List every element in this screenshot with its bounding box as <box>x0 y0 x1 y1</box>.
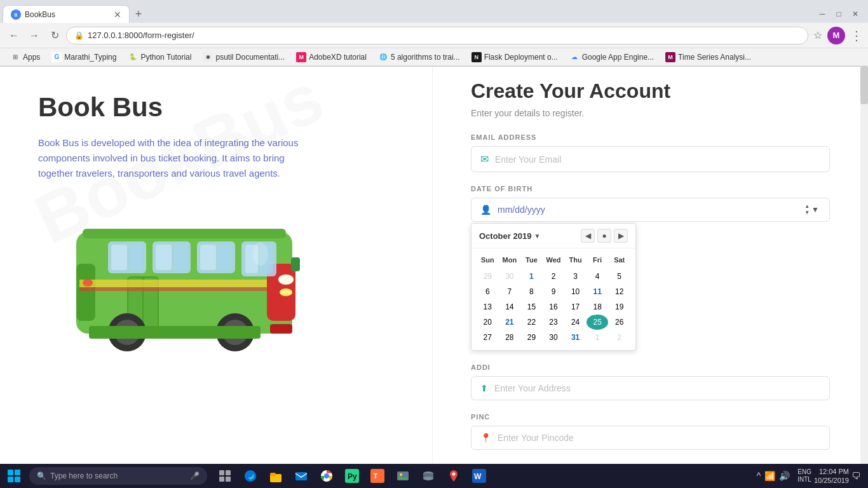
taskbar-mic-icon[interactable]: 🎤 <box>190 471 200 480</box>
bookmark-algorithms[interactable]: 🌐 5 algorithms to trai... <box>373 51 465 64</box>
show-hidden-icons-button[interactable]: ^ <box>757 471 761 481</box>
cal-day[interactable]: 1 <box>520 269 543 284</box>
start-button[interactable] <box>3 465 25 487</box>
network-icon[interactable]: 📶 <box>764 471 775 481</box>
cal-day[interactable]: 30 <box>499 269 521 284</box>
address-input-wrapper[interactable]: ⬆ <box>471 376 830 400</box>
volume-icon[interactable]: 🔊 <box>779 471 790 481</box>
cal-day[interactable]: 7 <box>499 284 521 299</box>
cal-day[interactable]: 5 <box>608 269 630 284</box>
email-input-wrapper[interactable]: ✉ <box>471 146 830 172</box>
cal-day[interactable]: 20 <box>477 315 499 330</box>
cal-day[interactable]: 15 <box>520 299 543 315</box>
calendar-today-button[interactable]: ● <box>597 229 611 243</box>
bookmark-flask[interactable]: N Flask Deployment o... <box>466 51 563 64</box>
cal-day[interactable]: 29 <box>477 269 499 284</box>
bookmarks-bar: ⊞ Apps G Marathi_Typing 🐍 Python Tutoria… <box>0 48 868 66</box>
dob-input-wrapper[interactable]: 👤 ▲ ▼ ▼ <box>471 198 830 222</box>
cal-day[interactable]: 2 <box>608 330 630 345</box>
cal-day[interactable]: 13 <box>477 299 499 315</box>
cal-day[interactable]: 12 <box>608 284 630 299</box>
maximize-button[interactable]: □ <box>831 6 846 22</box>
cal-day[interactable]: 22 <box>520 315 543 330</box>
scrollbar-thumb[interactable] <box>860 66 868 104</box>
task-view-button[interactable] <box>214 465 236 487</box>
dob-increment-button[interactable]: ▲ <box>804 203 810 210</box>
chrome-button[interactable] <box>315 465 338 487</box>
storage-button[interactable] <box>417 465 440 487</box>
calendar-prev-button[interactable]: ◀ <box>581 229 595 243</box>
weekday-wed: Wed <box>543 254 565 266</box>
pincode-input-wrapper[interactable]: 📍 <box>471 426 830 450</box>
bookmark-time-series[interactable]: M Time Series Analysi... <box>660 51 756 64</box>
cal-day[interactable]: 18 <box>587 299 609 315</box>
bookmark-psutil[interactable]: ◉ psutil Documentati... <box>198 51 290 64</box>
bookmark-marathi[interactable]: G Marathi_Typing <box>46 51 121 64</box>
bookmark-python[interactable]: 🐍 Python Tutorial <box>123 51 196 64</box>
back-button[interactable]: ← <box>5 27 23 44</box>
cal-day[interactable]: 1 <box>587 330 609 345</box>
pycharm-button[interactable]: Py <box>341 465 363 487</box>
cal-day[interactable]: 16 <box>543 299 565 315</box>
calendar-month-select-button[interactable]: October 2019 ▼ <box>479 231 540 241</box>
cal-day[interactable]: 10 <box>564 284 587 299</box>
dob-input[interactable] <box>498 205 804 215</box>
cal-day[interactable]: 28 <box>499 330 521 345</box>
profile-button[interactable]: M <box>827 27 845 44</box>
dob-decrement-button[interactable]: ▼ <box>804 210 810 216</box>
language-display[interactable]: ENG INTL <box>797 468 811 484</box>
file-explorer-button[interactable] <box>264 465 287 487</box>
cal-day[interactable]: 29 <box>520 330 543 345</box>
cal-day[interactable]: 30 <box>543 330 565 345</box>
browser-menu-button[interactable]: ⋮ <box>850 28 863 43</box>
mail-button[interactable] <box>290 465 313 487</box>
cal-day[interactable]: 27 <box>477 330 499 345</box>
address-bar[interactable]: 🔒 127.0.0.1:8000/form-register/ <box>66 27 808 44</box>
close-button[interactable]: ✕ <box>848 6 863 22</box>
notification-icon[interactable]: 🗨 <box>851 471 860 481</box>
cal-day[interactable]: 26 <box>608 315 630 330</box>
cal-day[interactable]: 2 <box>543 269 565 284</box>
tab-close-button[interactable]: ✕ <box>114 10 121 20</box>
cal-day[interactable]: 6 <box>477 284 499 299</box>
bookmark-adobexd[interactable]: M AdobeXD tutorial <box>291 51 372 64</box>
clock-display[interactable]: 12:04 PM 10/25/2019 <box>814 467 849 485</box>
image-viewer-button[interactable] <box>391 465 414 487</box>
email-input[interactable] <box>495 154 820 165</box>
cal-day[interactable]: 8 <box>520 284 543 299</box>
bookmark-apps[interactable]: ⊞ Apps <box>5 51 45 64</box>
cal-day[interactable]: 23 <box>543 315 565 330</box>
bookmark-google-app[interactable]: ☁ Google App Engine... <box>564 51 659 64</box>
new-tab-button[interactable]: + <box>130 5 147 23</box>
word-button[interactable]: W <box>468 465 491 487</box>
browser-tab[interactable]: B BookBus ✕ <box>3 5 130 23</box>
cal-day[interactable]: 24 <box>564 315 587 330</box>
svg-point-49 <box>325 474 329 478</box>
address-input[interactable] <box>494 383 820 393</box>
cal-day[interactable]: 21 <box>499 315 521 330</box>
edge-browser-button[interactable] <box>239 465 262 487</box>
svg-rect-11 <box>173 245 187 270</box>
taskbar-search-box[interactable]: 🔍 Type here to search 🎤 <box>29 467 207 485</box>
cal-day[interactable]: 3 <box>564 269 587 284</box>
cal-day-selected[interactable]: 25 <box>587 315 609 330</box>
maps-button[interactable] <box>442 465 465 487</box>
forward-button[interactable]: → <box>25 27 43 44</box>
page-scrollbar[interactable] <box>860 66 868 464</box>
minimize-button[interactable]: ─ <box>815 6 830 22</box>
pincode-input[interactable] <box>498 433 820 443</box>
dob-field-group: DATE OF BIRTH 👤 ▲ ▼ ▼ October 2019 <box>471 185 830 351</box>
cal-day[interactable]: 31 <box>564 330 587 345</box>
cal-day[interactable]: 4 <box>587 269 609 284</box>
cal-day[interactable]: 14 <box>499 299 521 315</box>
cal-day[interactable]: 17 <box>564 299 587 315</box>
dob-dropdown-button[interactable]: ▼ <box>810 205 820 214</box>
bookmark-star-button[interactable]: ☆ <box>813 29 822 41</box>
reload-button[interactable]: ↻ <box>46 27 64 44</box>
calendar-next-button[interactable]: ▶ <box>614 229 628 243</box>
cal-day[interactable]: 9 <box>543 284 565 299</box>
cal-day[interactable]: 19 <box>608 299 630 315</box>
bookmark-adobexd-label: AdobeXD tutorial <box>309 53 367 62</box>
tool-button-1[interactable]: T <box>366 465 389 487</box>
cal-day[interactable]: 11 <box>587 284 609 299</box>
